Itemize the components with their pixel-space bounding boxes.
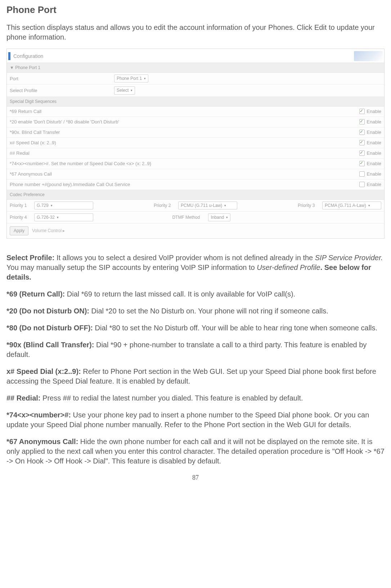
para-90x: *90x (Blind Call Transfer): Dial *90 + p…	[6, 340, 385, 359]
priority2-select[interactable]: PCMU (G.711 u-Law) ▾	[178, 202, 237, 209]
port-label: Port	[10, 76, 114, 82]
special-digit-row: *20 enable 'Don't Disturb' / *80 disable…	[7, 117, 384, 127]
config-screenshot: Configuration ▼ Phone Port 1 Port Phone …	[6, 49, 385, 239]
enable-checkbox[interactable]	[359, 140, 365, 145]
special-digit-row: *90x. Blind Call TransferEnable	[7, 127, 384, 138]
config-header-label: Configuration	[13, 53, 354, 60]
para-20: *20 (Do not Disturb ON): Dial *20 to set…	[6, 306, 385, 316]
h: *74<x><number>#:	[6, 411, 71, 419]
apply-button[interactable]: Apply	[10, 226, 28, 235]
page-title: Phone Port	[6, 4, 385, 16]
priority1-label: Priority 1	[10, 203, 31, 208]
priority1-value: G.729	[37, 203, 49, 208]
para-80: *80 (Do not Disturb OFF): Dial *80 to se…	[6, 323, 385, 333]
header-image	[354, 51, 383, 61]
h: *80 (Do not Disturb OFF):	[6, 324, 93, 332]
special-digit-row: *74<x><number>#. Set the number of Speed…	[7, 159, 384, 169]
t: Dial *80 to set the No Disturb off. Your…	[93, 324, 377, 332]
para-redial: ## Redial: Press ## to redial the latest…	[6, 393, 385, 403]
port-select[interactable]: Phone Port 1 ▾	[114, 74, 148, 82]
para-speed-dial: x# Speed Dial (x:2..9): Refer to Phone P…	[6, 367, 385, 386]
dtmf-value: Inband	[211, 214, 224, 220]
enable-label: Enable	[367, 171, 381, 177]
row-port: Port Phone Port 1 ▾	[7, 73, 384, 85]
enable-label: Enable	[367, 150, 381, 157]
priority2-value: PCMU (G.711 u-Law)	[181, 203, 222, 208]
chevron-down-icon: ▾	[226, 215, 228, 220]
para-74: *74<x><number>#: Use your phone key pad …	[6, 410, 385, 430]
priority3-label: Priority 3	[298, 203, 319, 208]
t: SIP Service Provider.	[315, 254, 383, 262]
profile-select[interactable]: Select ▾	[114, 86, 135, 94]
special-digit-row: x# Speed Dial (x: 2..9)Enable	[7, 138, 384, 148]
enable-checkbox[interactable]	[359, 182, 365, 187]
volume-control-link[interactable]: Volume Control ▸	[32, 228, 65, 234]
priority4-select[interactable]: G.726-32 ▾	[34, 213, 93, 221]
h: *67 Anonymous Call:	[6, 438, 78, 445]
section-special-digit: Special Digit Sequences	[7, 97, 384, 107]
t: You may manually setup the SIP accounts …	[6, 263, 257, 271]
enable-label: Enable	[367, 160, 381, 167]
para-select-profile: Select Profile: It allows you to select …	[6, 253, 385, 282]
enable-label: Enable	[367, 129, 381, 136]
codec-row-2: Priority 4 G.726-32 ▾ DTMF Method Inband…	[7, 212, 384, 223]
special-digit-label: *74<x><number>#. Set the number of Speed…	[10, 160, 359, 167]
para-69: *69 (Return Call): Dial *69 to return th…	[6, 289, 385, 299]
priority3-value: PCMA (G.711 A-Law)	[325, 203, 366, 208]
profile-label: Select Profile	[10, 87, 114, 94]
codec-row-1: Priority 1 G.729 ▾ Priority 2 PCMU (G.71…	[7, 200, 384, 212]
enable-checkbox[interactable]	[359, 150, 365, 156]
special-digit-label: ## Redial	[10, 150, 359, 157]
enable-label: Enable	[367, 108, 381, 115]
priority1-select[interactable]: G.729 ▾	[34, 202, 93, 209]
enable-label: Enable	[367, 181, 381, 188]
t: User-defined Profile	[257, 263, 320, 271]
section-codec-preference: Codec Preference	[7, 190, 384, 200]
special-digit-label: Phone number +#(pound key).Immediate Cal…	[10, 181, 359, 188]
enable-checkbox[interactable]	[359, 130, 365, 135]
special-digit-row: ## RedialEnable	[7, 148, 384, 159]
priority4-value: G.726-32	[37, 214, 55, 220]
para-67: *67 Anonymous Call: Hide the own phone n…	[6, 437, 385, 466]
special-digit-label: *69 Return Call	[10, 108, 359, 115]
intro-text: This section displays status and allows …	[6, 23, 385, 42]
enable-checkbox[interactable]	[359, 161, 365, 166]
header-accent	[8, 52, 10, 60]
enable-label: Enable	[367, 119, 381, 125]
chevron-down-icon: ▾	[368, 203, 370, 208]
port-select-value: Phone Port 1	[117, 76, 142, 81]
special-digit-row: *69 Return CallEnable	[7, 107, 384, 117]
chevron-down-icon: ▾	[51, 203, 53, 208]
enable-checkbox[interactable]	[359, 109, 365, 114]
t: Dial *20 to set the No Disturb on. Your …	[89, 307, 328, 315]
enable-checkbox[interactable]	[359, 119, 365, 125]
special-digit-label: *20 enable 'Don't Disturb' / *80 disable…	[10, 119, 359, 125]
config-footer: Apply Volume Control ▸	[7, 223, 384, 238]
config-header: Configuration	[7, 49, 384, 63]
profile-select-value: Select	[117, 87, 129, 93]
select-profile-head: Select Profile:	[6, 254, 54, 262]
dtmf-label: DTMF Method	[172, 214, 205, 220]
page-number: 87	[6, 473, 385, 482]
chevron-down-icon: ▾	[144, 76, 146, 81]
special-digit-label: *90x. Blind Call Transfer	[10, 129, 359, 136]
special-digit-label: x# Speed Dial (x: 2..9)	[10, 140, 359, 146]
dtmf-select[interactable]: Inband ▾	[208, 213, 230, 221]
special-digit-row: *67 Anonymous CallEnable	[7, 169, 384, 180]
priority3-select[interactable]: PCMA (G.711 A-Law) ▾	[322, 202, 381, 209]
t: It allows you to select a desired VoIP p…	[54, 254, 315, 262]
priority2-label: Priority 2	[154, 203, 175, 208]
chevron-down-icon: ▾	[224, 203, 226, 208]
row-select-profile: Select Profile Select ▾	[7, 85, 384, 96]
t: Press ## to redial the latest number you…	[40, 394, 303, 402]
t: Dial *69 to return the last missed call.…	[65, 290, 295, 298]
section-phone-port-1: ▼ Phone Port 1	[7, 63, 384, 73]
h: *90x (Blind Call Transfer):	[6, 341, 94, 349]
chevron-down-icon: ▾	[57, 215, 59, 220]
priority4-label: Priority 4	[10, 214, 31, 220]
chevron-down-icon: ▾	[131, 88, 132, 92]
h: ## Redial:	[6, 394, 40, 402]
special-digit-row: Phone number +#(pound key).Immediate Cal…	[7, 180, 384, 190]
enable-checkbox[interactable]	[359, 171, 365, 177]
enable-label: Enable	[367, 140, 381, 146]
